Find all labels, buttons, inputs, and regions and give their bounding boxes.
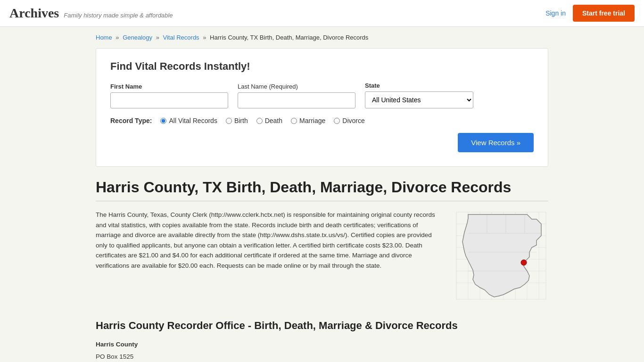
state-group: State All United States Texas California… (365, 82, 473, 108)
breadcrumb: Home » Genealogy » Vital Records » Harri… (96, 34, 548, 41)
header: Archives Family history made simple & af… (0, 0, 644, 27)
breadcrumb-sep-3: » (203, 34, 206, 41)
logo-tagline: Family history made simple & affordable (64, 12, 173, 19)
radio-marriage[interactable] (291, 118, 297, 124)
record-type-row: Record Type: All Vital Records Birth Dea… (110, 117, 534, 124)
divider (96, 201, 548, 201)
texas-map (454, 210, 548, 305)
record-type-death[interactable]: Death (256, 117, 282, 124)
radio-divorce[interactable] (334, 118, 340, 124)
search-box: Find Vital Records Instantly! First Name… (96, 48, 548, 167)
free-trial-button[interactable]: Start free trial (573, 5, 635, 22)
record-type-all[interactable]: All Vital Records (160, 117, 217, 124)
header-left: Archives Family history made simple & af… (9, 6, 173, 21)
po-box: PO Box 1525 (96, 353, 133, 360)
office-name: Harris County (96, 339, 548, 350)
last-name-group: Last Name (Required) (238, 83, 355, 108)
content-area: The Harris County, Texas, County Clerk (… (96, 210, 548, 305)
radio-birth[interactable] (226, 118, 232, 124)
record-type-options: All Vital Records Birth Death Marriage D… (160, 117, 364, 124)
breadcrumb-home[interactable]: Home (96, 34, 112, 41)
radio-all[interactable] (160, 118, 166, 124)
breadcrumb-current: Harris County, TX Birth, Death, Marriage… (210, 34, 368, 41)
breadcrumb-sep-2: » (156, 34, 159, 41)
content-description: The Harris County, Texas, County Clerk (… (96, 210, 440, 305)
recorder-title: Harris County Recorder Office - Birth, D… (96, 320, 548, 332)
record-type-birth[interactable]: Birth (226, 117, 248, 124)
breadcrumb-genealogy[interactable]: Genealogy (123, 34, 152, 41)
record-type-divorce[interactable]: Divorce (334, 117, 364, 124)
search-title: Find Vital Records Instantly! (110, 60, 534, 73)
first-name-group: First Name (110, 83, 228, 108)
recorder-info: Harris County PO Box 1525 Houston, TX 77… (96, 339, 548, 362)
breadcrumb-vital-records[interactable]: Vital Records (163, 34, 199, 41)
first-name-input[interactable] (110, 92, 228, 108)
logo: Archives (9, 6, 59, 21)
main-content: Home » Genealogy » Vital Records » Harri… (86, 27, 558, 362)
search-btn-row: View Records » (110, 133, 534, 152)
texas-map-svg (454, 210, 548, 304)
first-name-label: First Name (110, 83, 228, 90)
record-type-marriage[interactable]: Marriage (291, 117, 325, 124)
svg-point-21 (521, 260, 527, 265)
last-name-input[interactable] (238, 92, 355, 108)
record-type-label: Record Type: (110, 117, 152, 124)
breadcrumb-sep-1: » (116, 34, 119, 41)
view-records-button[interactable]: View Records » (458, 133, 534, 152)
state-label: State (365, 82, 473, 89)
last-name-label: Last Name (Required) (238, 83, 355, 90)
page-title: Harris County, TX Birth, Death, Marriage… (96, 179, 548, 196)
header-right: Sign in Start free trial (545, 5, 635, 22)
svg-marker-14 (462, 214, 541, 297)
search-fields: First Name Last Name (Required) State Al… (110, 82, 534, 108)
sign-in-link[interactable]: Sign in (545, 9, 566, 17)
radio-death[interactable] (256, 118, 263, 124)
state-select[interactable]: All United States Texas California New Y… (365, 91, 473, 108)
